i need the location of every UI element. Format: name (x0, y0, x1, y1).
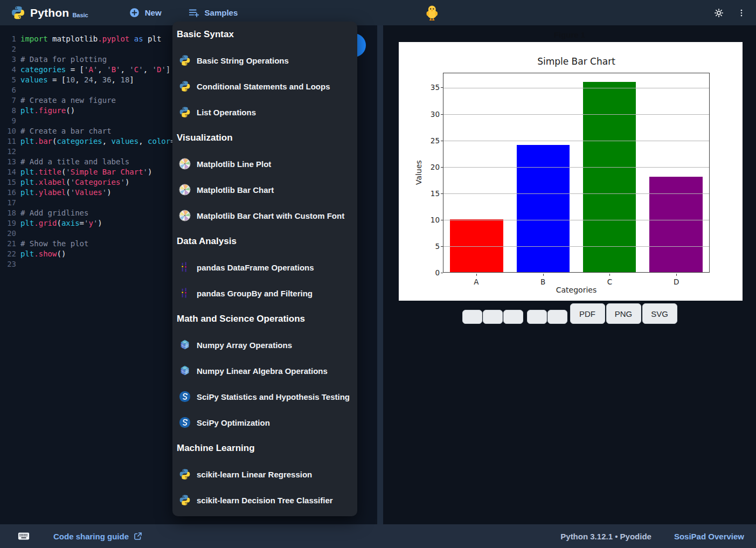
zoom-toolbar-group (527, 310, 567, 324)
samples-menu-item[interactable]: Numpy Linear Algebra Operations (172, 358, 357, 384)
python-icon (179, 494, 191, 506)
samples-item-label: Numpy Linear Algebra Operations (197, 366, 328, 376)
plus-circle-icon (129, 7, 140, 18)
samples-menu-item[interactable]: scikit-learn Decision Tree Classifier (172, 487, 357, 513)
x-tick-label: C (607, 278, 612, 286)
x-tick-mark (476, 274, 477, 276)
code-text: # Data for plotting (20, 54, 107, 65)
line-number: 17 (0, 198, 16, 208)
code-text: categories = ['A', 'B', 'C', 'D'] (20, 65, 170, 75)
line-number: 14 (0, 167, 16, 177)
output-panel: Figure 1 Simple Bar Chart Values Categor… (383, 25, 756, 524)
samples-section-title: Data Analysis (172, 228, 357, 254)
theme-toggle-button[interactable] (712, 6, 726, 20)
keyboard-icon (18, 532, 30, 540)
status-bar: Code sharing guide Python 3.12.1 • Pyodi… (0, 524, 756, 548)
sosipad-overview-link[interactable]: SosiPad Overview (674, 532, 744, 541)
matplotlib-icon (179, 184, 191, 196)
samples-menu-item[interactable]: Basic String Operations (172, 47, 357, 73)
x-tick-label: B (540, 278, 545, 286)
toolbar-zoom-button[interactable] (547, 310, 567, 324)
bar-C (583, 82, 636, 272)
new-button[interactable]: New (129, 7, 162, 18)
samples-item-label: pandas DataFrame Operations (197, 263, 314, 272)
python-icon (179, 80, 191, 92)
samples-item-label: SciPy Statistics and Hypothesis Testing (197, 392, 350, 401)
toolbar-back-button[interactable] (483, 310, 503, 324)
nav-toolbar-group (462, 310, 523, 324)
pandas-icon (179, 261, 191, 273)
x-tick-mark (609, 274, 610, 276)
y-tick-label: 0 (418, 268, 440, 277)
line-number: 19 (0, 218, 16, 228)
samples-menu-item[interactable]: SciPy Statistics and Hypothesis Testing (172, 384, 357, 410)
samples-menu-item[interactable]: Matplotlib Bar Chart (172, 177, 357, 203)
samples-item-label: SciPy Optimization (197, 418, 270, 427)
toolbar-pan-button[interactable] (527, 310, 547, 324)
grid-line (443, 220, 709, 220)
bar-B (517, 145, 570, 272)
bar-D (649, 177, 703, 272)
panel-divider[interactable] (377, 25, 383, 524)
samples-menu-item[interactable]: scikit-learn Linear Regression (172, 461, 357, 487)
toolbar-forward-button[interactable] (503, 310, 523, 324)
code-text: # Create a bar chart (20, 126, 112, 136)
line-number: 21 (0, 239, 16, 249)
samples-menu-item[interactable]: Matplotlib Line Plot (172, 151, 357, 177)
scipy-icon (179, 391, 191, 403)
code-text: plt.ylabel('Values') (20, 188, 112, 198)
x-tick-mark (676, 274, 677, 276)
samples-menu-item[interactable]: pandas GroupBy and Filtering (172, 280, 357, 306)
y-tick-label: 5 (418, 242, 440, 251)
line-number: 11 (0, 136, 16, 147)
code-text: import matplotlib.pyplot as plt (20, 34, 161, 44)
line-number: 4 (0, 65, 16, 75)
samples-menu-item[interactable]: List Operations (172, 99, 357, 125)
samples-menu-item[interactable]: SciPy Optimization (172, 410, 357, 435)
y-tick-mark (441, 220, 443, 220)
samples-item-label: pandas GroupBy and Filtering (197, 289, 313, 298)
export-svg-button[interactable]: SVG (642, 303, 677, 324)
code-text: # Create a new figure (20, 95, 116, 106)
numpy-icon (179, 339, 191, 351)
chick-icon (424, 4, 440, 21)
code-text: plt.show() (20, 249, 66, 259)
samples-button[interactable]: Samples (188, 7, 238, 19)
samples-item-label: Matplotlib Line Plot (197, 159, 271, 169)
samples-menu: Basic SyntaxBasic String OperationsCondi… (172, 22, 357, 516)
playlist-add-icon (188, 7, 200, 19)
toolbar-home-button[interactable] (462, 310, 482, 324)
y-tick-label: 25 (418, 136, 440, 145)
pandas-icon (179, 287, 191, 299)
matplotlib-icon (179, 158, 191, 170)
code-text: plt.title('Simple Bar Chart') (20, 167, 152, 177)
export-pdf-button[interactable]: PDF (570, 303, 605, 324)
navbar: Python Basic New Samples (0, 0, 756, 25)
code-text: # Show the plot (20, 239, 88, 249)
samples-menu-item[interactable]: Numpy Array Operations (172, 332, 357, 358)
overflow-menu-button[interactable] (734, 6, 748, 20)
plot-area (443, 73, 710, 273)
export-png-button[interactable]: PNG (606, 303, 641, 324)
grid-line (443, 88, 709, 88)
samples-item-label: Numpy Array Operations (197, 341, 292, 350)
matplotlib-icon (179, 210, 191, 221)
samples-section-title: Machine Learning (172, 435, 357, 461)
app-title-badge: Basic (72, 12, 88, 18)
samples-menu-item[interactable]: Conditional Statements and Loops (172, 73, 357, 99)
python-logo-icon (11, 5, 25, 20)
code-sharing-guide-link[interactable]: Code sharing guide (53, 532, 142, 541)
y-tick-mark (441, 167, 443, 168)
line-number: 22 (0, 249, 16, 259)
y-tick-mark (441, 193, 443, 194)
line-number: 10 (0, 126, 16, 136)
samples-menu-item[interactable]: pandas DataFrame Operations (172, 254, 357, 280)
code-text: values = [10, 24, 36, 18] (20, 75, 134, 85)
line-number: 7 (0, 95, 16, 106)
x-tick-label: A (474, 278, 478, 286)
code-text: plt.figure() (20, 106, 75, 116)
samples-menu-item[interactable]: Matplotlib Bar Chart with Custom Font (172, 203, 357, 228)
line-number: 2 (0, 44, 16, 54)
samples-button-label: Samples (205, 8, 238, 17)
line-number: 23 (0, 259, 16, 269)
